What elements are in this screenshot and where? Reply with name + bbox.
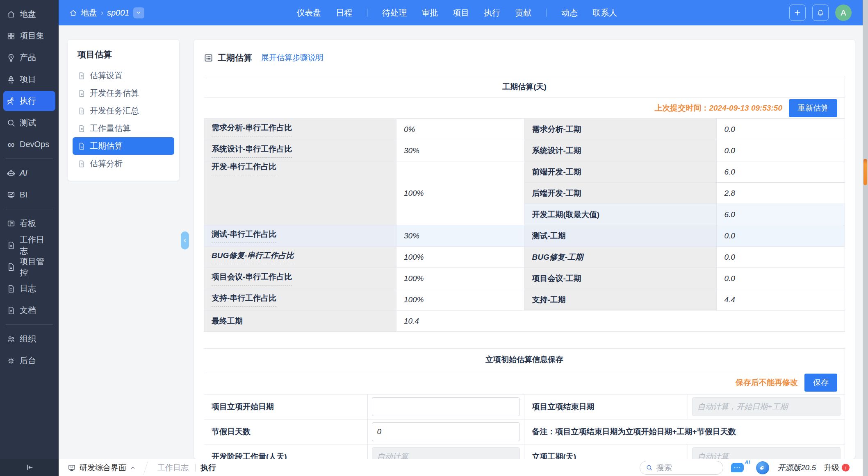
breadcrumb-separator-icon: › (101, 9, 103, 17)
panel-item-dev-task-summary[interactable]: 开发任务汇总 (73, 102, 174, 120)
sidebar-item-label: 执行 (20, 95, 36, 107)
row-label: 测试-工期 (524, 225, 717, 247)
tab-separator (143, 460, 148, 475)
field-label: 项目立项结束日期 (524, 394, 688, 419)
row-label: 项目会议-工期 (524, 268, 717, 289)
row-value: 0.0 (717, 225, 845, 247)
sidebar-item-devops[interactable]: ∞ DevOps (3, 134, 55, 154)
breadcrumb-project[interactable]: sp001 (107, 8, 130, 18)
panel-item-dev-task-estimation[interactable]: 开发任务估算 (73, 84, 174, 102)
panel-title: 项目估算 (68, 49, 179, 67)
save-button[interactable]: 保存 (804, 374, 837, 392)
last-submit-label: 上次提交时间： (654, 104, 709, 112)
estimation-panel: 项目估算 估算设置 开发任务估算 开发任务汇总 工作量估算 工期估算 估算分析 (68, 40, 179, 181)
search-box[interactable] (640, 461, 723, 475)
ai-assistant-icon[interactable]: ··· AI (731, 463, 744, 472)
sidebar-item-project-control[interactable]: 项目管控 (3, 257, 55, 277)
workspace-tab[interactable]: 研发综合界面 (59, 459, 141, 476)
sidebar: 地盘 项目集 产品 项目 执行 测试 ∞ DevOps AI BI 看板 工作日… (0, 0, 59, 459)
table-row: 开发阶段工作量(人天) 立项工期(天) (204, 444, 845, 459)
sidebar-item-kanban[interactable]: 看板 (3, 213, 55, 233)
sidebar-item-doc[interactable]: 文档 (3, 300, 55, 320)
sidebar-item-log[interactable]: 日志 (3, 279, 55, 299)
sidebar-item-admin[interactable]: 后台 (3, 351, 55, 371)
breadcrumb-home[interactable]: 地盘 (81, 7, 97, 18)
page-icon (77, 125, 86, 133)
page-icon (77, 89, 86, 97)
nav-todo[interactable]: 待处理 (382, 7, 407, 18)
nav-dashboard[interactable]: 仪表盘 (296, 7, 321, 18)
document-icon (7, 284, 16, 293)
project-duration-input (692, 447, 841, 459)
home-icon (7, 10, 16, 19)
panel-collapse-handle[interactable] (181, 231, 189, 249)
sidebar-item-project[interactable]: 项目 (3, 69, 55, 89)
holiday-days-input[interactable] (372, 422, 520, 441)
initial-estimation-table: 立项初始估算信息保存 保存后不能再修改 保存 项目立项开始日期 项目立项结束日期… (204, 348, 845, 459)
project-dropdown-button[interactable] (133, 7, 144, 18)
home-icon[interactable] (69, 9, 77, 17)
row-value: 10.4 (396, 311, 845, 332)
page-icon (77, 160, 86, 168)
avatar[interactable]: A (835, 5, 852, 21)
version-label[interactable]: 开源版20.5 (777, 462, 816, 473)
nav-calendar[interactable]: 日程 (336, 7, 352, 18)
nav-project[interactable]: 项目 (453, 7, 469, 18)
sidebar-item-label: AI (20, 168, 27, 178)
topbar-actions: A (789, 5, 852, 21)
table-row: 需求分析-串行工作占比 0% 需求分析-工期 0.0 (204, 119, 845, 140)
kanban-icon (7, 219, 16, 228)
row-label: 后端开发-工期 (524, 183, 717, 204)
row-value: 30% (396, 225, 524, 247)
sidebar-item-home[interactable]: 地盘 (3, 4, 55, 24)
bottombar: 研发综合界面 工作日志 执行 ··· AI 开源版20.5 升级 ↑ (59, 459, 868, 476)
upgrade-link[interactable]: 升级 ↑ (824, 462, 850, 473)
grid-icon (7, 32, 16, 41)
save-warning: 保存后不能再修改 (736, 377, 798, 388)
panel-item-label: 开发任务汇总 (90, 105, 139, 116)
recalculate-button[interactable]: 重新估算 (789, 99, 837, 117)
zentao-logo-icon[interactable] (756, 461, 770, 475)
nav-execution[interactable]: 执行 (484, 7, 500, 18)
row-label: 开发工期(取最大值) (524, 204, 717, 225)
sidebar-item-bi[interactable]: BI (3, 185, 55, 205)
table-title: 工期估算(天) (204, 76, 845, 97)
page-scrollbar[interactable] (863, 0, 868, 476)
sidebar-item-organization[interactable]: 组织 (3, 329, 55, 349)
nav-contribution[interactable]: 贡献 (515, 7, 531, 18)
nav-approval[interactable]: 审批 (421, 7, 438, 18)
row-label: 系统设计-串行工作占比 (212, 144, 292, 158)
start-date-input[interactable] (372, 397, 520, 416)
sidebar-item-worklog[interactable]: 工作日志 (3, 235, 55, 255)
nav-dynamic[interactable]: 动态 (561, 7, 578, 18)
panel-item-duration-estimation[interactable]: 工期估算 (73, 137, 174, 155)
row-label: 支持-工期 (524, 289, 717, 311)
notifications-button[interactable] (812, 5, 829, 21)
sidebar-item-product[interactable]: 产品 (3, 48, 55, 68)
sidebar-item-label: 产品 (20, 52, 36, 63)
sidebar-collapse-button[interactable] (0, 459, 59, 476)
search-icon (646, 464, 653, 471)
sidebar-item-program[interactable]: 项目集 (3, 26, 55, 46)
bottom-crumb-worklog[interactable]: 工作日志 (157, 462, 189, 473)
table-row: 项目会议-串行工作占比 100% 项目会议-工期 0.0 (204, 268, 845, 289)
nav-contacts[interactable]: 联系人 (592, 7, 617, 18)
sidebar-item-execution[interactable]: 执行 (3, 91, 55, 111)
expand-steps-link[interactable]: 展开估算步骤说明 (261, 52, 324, 63)
panel-item-estimation-settings[interactable]: 估算设置 (73, 67, 174, 84)
lightbulb-icon (7, 53, 16, 62)
create-button[interactable] (789, 5, 806, 21)
last-submit-time: 2024-09-13 09:53:50 (709, 104, 782, 112)
row-value: 6.0 (717, 161, 845, 183)
field-label: 立项工期(天) (524, 444, 688, 459)
page-icon (77, 72, 86, 80)
scrollbar-thumb[interactable] (863, 159, 867, 185)
panel-item-workload-estimation[interactable]: 工作量估算 (73, 120, 174, 137)
panel-item-estimation-analysis[interactable]: 估算分析 (73, 155, 174, 172)
sidebar-item-ai[interactable]: AI (3, 163, 55, 183)
sidebar-item-qa[interactable]: 测试 (3, 113, 55, 133)
ai-label: AI (745, 459, 750, 465)
sidebar-item-label: 文档 (20, 305, 36, 316)
row-value: 0.0 (717, 268, 845, 289)
search-input[interactable] (656, 463, 717, 472)
